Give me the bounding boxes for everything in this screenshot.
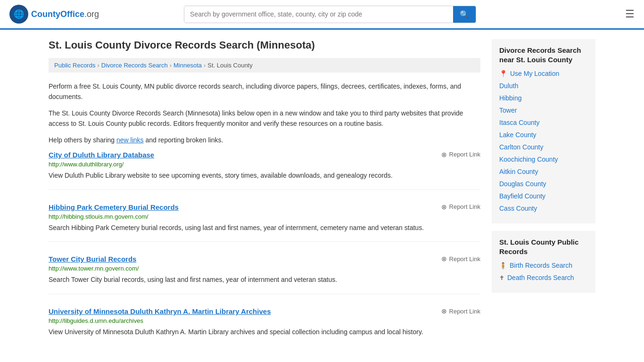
sidebar-nearby-item: Koochiching County: [499, 156, 588, 163]
report-icon-3: ⊗: [441, 307, 447, 315]
resource-desc-1: Search Hibbing Park Cemetery burial reco…: [49, 223, 480, 233]
sidebar-nearby-title: Divorce Records Search near St. Louis Co…: [499, 46, 588, 64]
resource-title-0[interactable]: City of Duluth Library Database: [49, 151, 154, 159]
sidebar-nearby-item: Cass County: [499, 205, 588, 212]
sidebar-nearby-link-7[interactable]: Aitkin County: [499, 168, 538, 175]
breadcrumb-sep-2: ›: [170, 62, 172, 69]
sidebar-nearby-item: Duluth: [499, 82, 588, 90]
sidebar-nearby-link-8[interactable]: Douglas County: [499, 180, 546, 188]
record-icon-0: 🧍: [499, 262, 507, 269]
resource-header-0: City of Duluth Library Database ⊗ Report…: [49, 151, 480, 159]
sidebar-nearby-link-10[interactable]: Cass County: [499, 205, 537, 212]
resource-url-2: http://www.tower.mn.govern.com/: [49, 265, 480, 272]
sidebar-nearby-link-6[interactable]: Koochiching County: [499, 156, 558, 163]
report-link-0[interactable]: ⊗ Report Link: [441, 151, 480, 158]
sidebar-nearby-item: Carlton County: [499, 143, 588, 151]
sidebar-nearby-link-2[interactable]: Tower: [499, 107, 517, 114]
resource-url-1: http://hibbing.stlouis.mn.govern.com/: [49, 213, 480, 220]
sidebar-records-list: 🧍 Birth Records Search ✝ Death Records S…: [499, 262, 588, 281]
resource-desc-3: View University of Minnesota Duluth Kath…: [49, 327, 480, 337]
sidebar-nearby-list: DuluthHibbingTowerItasca CountyLake Coun…: [499, 82, 588, 212]
report-link-label-0: Report Link: [449, 151, 480, 158]
resource-header-3: University of Minnesota Duluth Kathryn A…: [49, 307, 480, 315]
sidebar-nearby-item: Hibbing: [499, 94, 588, 102]
sidebar-nearby-item: Douglas County: [499, 180, 588, 188]
sidebar-nearby-link-9[interactable]: Bayfield County: [499, 192, 545, 200]
breadcrumb-public-records[interactable]: Public Records: [54, 62, 95, 69]
resource-entry: City of Duluth Library Database ⊗ Report…: [49, 151, 480, 190]
sidebar-use-location[interactable]: 📍 Use My Location: [499, 70, 588, 77]
sidebar-public-records-title: St. Louis County Public Records: [499, 238, 588, 256]
resource-header-2: Tower City Burial Records ⊗ Report Link: [49, 255, 480, 263]
sidebar-nearby-link-0[interactable]: Duluth: [499, 82, 518, 90]
sidebar-nearby-item: Bayfield County: [499, 192, 588, 200]
report-link-3[interactable]: ⊗ Report Link: [441, 307, 480, 315]
sidebar-nearby-item: Tower: [499, 107, 588, 114]
resource-url-3: http://libguides.d.umn.edu/archives: [49, 317, 480, 324]
breadcrumb-divorce-records[interactable]: Divorce Records Search: [101, 62, 168, 69]
report-link-label-3: Report Link: [449, 308, 480, 315]
resource-title-3[interactable]: University of Minnesota Duluth Kathryn A…: [49, 307, 271, 315]
report-link-label-2: Report Link: [449, 255, 480, 263]
content-wrap: St. Louis County Divorce Records Search …: [39, 30, 605, 362]
resource-header-1: Hibbing Park Cemetery Burial Records ⊗ R…: [49, 203, 480, 211]
resource-entry: University of Minnesota Duluth Kathryn A…: [49, 307, 480, 346]
breadcrumb-current: St. Louis County: [207, 62, 252, 69]
description-2: The St. Louis County Divorce Records Sea…: [49, 108, 480, 129]
report-icon-0: ⊗: [441, 151, 447, 158]
record-icon-1: ✝: [499, 274, 504, 281]
sidebar-nearby-link-3[interactable]: Itasca County: [499, 119, 540, 126]
report-link-1[interactable]: ⊗ Report Link: [441, 203, 480, 211]
use-my-location-link[interactable]: Use My Location: [510, 70, 559, 77]
menu-icon[interactable]: ☰: [625, 8, 635, 20]
logo-text: CountyOffice.org: [31, 9, 99, 19]
breadcrumb-sep-3: ›: [204, 62, 206, 69]
breadcrumb-minnesota[interactable]: Minnesota: [173, 62, 202, 69]
sidebar-nearby-item: Lake County: [499, 131, 588, 139]
sidebar-nearby-item: Itasca County: [499, 119, 588, 126]
breadcrumb: Public Records › Divorce Records Search …: [49, 58, 480, 73]
site-logo[interactable]: 🌐 CountyOffice.org: [9, 5, 99, 24]
report-link-2[interactable]: ⊗ Report Link: [441, 255, 480, 263]
logo-icon: 🌐: [9, 5, 28, 24]
sidebar-record-link-1[interactable]: Death Records Search: [507, 274, 574, 281]
resource-desc-0: View Duluth Public Library website to se…: [49, 171, 480, 181]
resource-desc-2: Search Tower City burial records, using …: [49, 275, 480, 285]
sidebar-record-link-0[interactable]: Birth Records Search: [510, 262, 572, 269]
sidebar-nearby-link-4[interactable]: Lake County: [499, 131, 537, 139]
sidebar-nearby-item: Aitkin County: [499, 168, 588, 175]
site-header: 🌐 CountyOffice.org 🔍 ☰: [0, 0, 644, 30]
resource-title-2[interactable]: Tower City Burial Records: [49, 255, 136, 263]
main-content: St. Louis County Divorce Records Search …: [49, 39, 480, 359]
resource-title-1[interactable]: Hibbing Park Cemetery Burial Records: [49, 203, 179, 211]
search-bar: 🔍: [184, 6, 476, 23]
resource-url-0: http://www.duluthlibrary.org/: [49, 161, 480, 168]
report-icon-2: ⊗: [441, 255, 447, 263]
sidebar-public-records-section: St. Louis County Public Records 🧍 Birth …: [492, 231, 595, 293]
location-pin-icon: 📍: [499, 70, 507, 77]
sidebar-nearby-section: Divorce Records Search near St. Louis Co…: [492, 39, 595, 223]
resource-entry: Tower City Burial Records ⊗ Report Link …: [49, 255, 480, 294]
resource-list: City of Duluth Library Database ⊗ Report…: [49, 151, 480, 346]
sidebar-record-item: ✝ Death Records Search: [499, 274, 588, 281]
search-button[interactable]: 🔍: [453, 6, 476, 23]
sidebar-nearby-link-1[interactable]: Hibbing: [499, 94, 521, 102]
report-icon-1: ⊗: [441, 203, 447, 211]
sidebar-nearby-link-5[interactable]: Carlton County: [499, 143, 543, 151]
description-3: Help others by sharing new links and rep…: [49, 135, 480, 145]
breadcrumb-sep-1: ›: [97, 62, 99, 69]
sidebar: Divorce Records Search near St. Louis Co…: [492, 39, 595, 359]
sidebar-record-item: 🧍 Birth Records Search: [499, 262, 588, 269]
page-title: St. Louis County Divorce Records Search …: [49, 39, 480, 51]
new-links-link[interactable]: new links: [116, 136, 144, 144]
description-1: Perform a free St. Louis County, MN publ…: [49, 81, 480, 102]
resource-entry: Hibbing Park Cemetery Burial Records ⊗ R…: [49, 203, 480, 242]
search-input[interactable]: [184, 6, 453, 23]
report-link-label-1: Report Link: [449, 203, 480, 210]
